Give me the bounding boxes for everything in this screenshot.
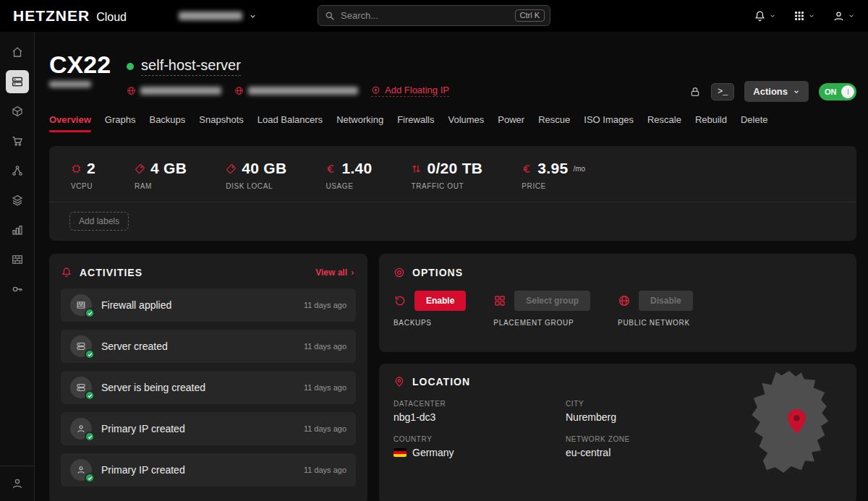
location-fields: DATACENTER nbg1-dc3 CITY Nuremberg COUNT… — [393, 400, 733, 458]
plan-block: CX22 — [49, 52, 111, 90]
field-value: eu-central — [566, 447, 733, 458]
search-icon — [325, 11, 335, 21]
apps-menu[interactable] — [793, 10, 815, 22]
bell-icon — [61, 267, 72, 278]
chevron-down-icon — [249, 12, 257, 20]
activities-card: ACTIVITIES View all Firewall applied 11 … — [49, 254, 367, 501]
tab-power[interactable]: Power — [498, 114, 524, 127]
chevron-down-icon — [769, 12, 776, 20]
tab-load-balancers[interactable]: Load Balancers — [258, 114, 323, 127]
sidebar-item-marketplace[interactable] — [6, 129, 29, 153]
view-all-label: View all — [315, 267, 347, 278]
traffic-arrows-icon — [411, 163, 422, 174]
select-placement-group-button[interactable]: Select group — [514, 291, 590, 311]
server-activity-icon — [70, 377, 92, 398]
tab-networking[interactable]: Networking — [336, 114, 383, 127]
activity-time: 11 days ago — [304, 383, 346, 392]
sidebar-item-support[interactable] — [6, 472, 29, 495]
actions-button[interactable]: Actions — [744, 81, 809, 102]
add-floating-ip-label: Add Floating IP — [385, 85, 449, 95]
cube-icon — [11, 105, 24, 118]
tab-graphs[interactable]: Graphs — [105, 114, 136, 127]
stat-label: RAM — [135, 182, 187, 190]
activity-text: Server is being created — [101, 382, 205, 393]
field-value: nbg1-dc3 — [393, 411, 566, 423]
server-tabs: Overview Graphs Backups Snapshots Load B… — [49, 114, 856, 127]
activity-text: Primary IP created — [101, 464, 185, 476]
user-menu[interactable] — [833, 10, 855, 22]
home-icon — [11, 46, 24, 59]
activity-row[interactable]: Firewall applied 11 days ago — [61, 288, 356, 322]
server-name[interactable]: self-host-server — [141, 57, 241, 76]
search-input[interactable] — [341, 10, 509, 21]
tab-rebuild[interactable]: Rebuild — [695, 114, 727, 127]
view-all-link[interactable]: View all — [315, 267, 356, 278]
stat-disk: 40 GB DISK LOCAL — [226, 160, 286, 190]
euro-icon — [326, 163, 336, 174]
server-status-dot — [127, 63, 134, 70]
tab-iso-images[interactable]: ISO Images — [584, 114, 634, 127]
server-header: CX22 self-host-server Add Floating IP — [49, 52, 856, 97]
power-toggle[interactable]: ON — [819, 83, 856, 100]
sidebar-item-images[interactable] — [6, 100, 29, 123]
topbar-actions — [754, 10, 855, 22]
stat-value: 4 GB — [150, 160, 187, 177]
euro-icon — [522, 163, 532, 174]
notifications-menu[interactable] — [754, 10, 776, 22]
redacted-server-id — [49, 81, 91, 87]
sidebar-item-networks[interactable] — [6, 159, 29, 182]
stat-value: 0/20 TB — [427, 160, 482, 177]
history-icon — [393, 294, 407, 307]
topbar: HETZNER Cloud Ctrl K — [0, 0, 868, 32]
location-card: LOCATION DATACENTER nbg1-dc3 CITY Nuremb… — [379, 364, 856, 501]
tab-overview[interactable]: Overview — [49, 114, 91, 127]
sidebar-item-metrics[interactable] — [6, 218, 29, 241]
actions-label: Actions — [753, 86, 788, 97]
disable-public-network-button[interactable]: Disable — [639, 291, 693, 311]
cart-icon — [11, 134, 24, 147]
divider — [0, 466, 35, 466]
ipv4-item — [127, 86, 221, 95]
floating-ip-icon — [371, 85, 380, 95]
tab-rescale[interactable]: Rescale — [647, 114, 681, 127]
tab-delete[interactable]: Delete — [741, 114, 768, 127]
lock-icon[interactable] — [689, 86, 701, 98]
ram-icon — [135, 163, 145, 174]
project-selector[interactable] — [179, 12, 257, 20]
globe-icon — [127, 86, 136, 95]
activity-row[interactable]: Primary IP created 11 days ago — [61, 453, 356, 487]
field-city: CITY Nuremberg — [566, 400, 733, 423]
brand[interactable]: HETZNER Cloud — [13, 7, 127, 25]
location-title: LOCATION — [412, 376, 470, 387]
layers-icon — [11, 194, 24, 207]
field-label: COUNTRY — [393, 435, 566, 443]
sidebar-item-security[interactable] — [6, 278, 29, 301]
check-badge-icon — [85, 349, 95, 359]
activity-time: 11 days ago — [304, 424, 346, 433]
tab-firewalls[interactable]: Firewalls — [397, 114, 434, 127]
sidebar-item-load-balancers[interactable] — [6, 189, 29, 212]
console-button[interactable]: >_ — [711, 83, 734, 100]
tab-volumes[interactable]: Volumes — [448, 114, 484, 127]
search-shortcut-badge: Ctrl K — [515, 9, 545, 22]
redacted-project-name — [179, 12, 242, 20]
activity-row[interactable]: Server is being created 11 days ago — [61, 371, 356, 404]
sidebar-item-home[interactable] — [6, 40, 29, 64]
tab-backups[interactable]: Backups — [149, 114, 185, 127]
enable-backups-button[interactable]: Enable — [414, 291, 466, 311]
activity-row[interactable]: Primary IP created 11 days ago — [61, 412, 356, 445]
tab-rescue[interactable]: Rescue — [538, 114, 570, 127]
sidebar-item-firewalls[interactable] — [6, 248, 29, 271]
stat-label: DISK LOCAL — [226, 182, 286, 190]
activity-text: Server created — [101, 341, 168, 352]
add-labels-button[interactable]: Add labels — [69, 212, 129, 231]
add-floating-ip-link[interactable]: Add Floating IP — [371, 85, 449, 97]
stat-label: PRICE — [522, 182, 585, 190]
activity-row[interactable]: Server created 11 days ago — [61, 330, 356, 363]
redacted-ipv4 — [140, 87, 221, 95]
server-plan: CX22 — [49, 52, 111, 77]
support-person-icon — [11, 477, 24, 490]
tab-snapshots[interactable]: Snapshots — [199, 114, 243, 127]
global-search[interactable]: Ctrl K — [318, 5, 550, 26]
sidebar-item-servers[interactable] — [6, 70, 29, 93]
